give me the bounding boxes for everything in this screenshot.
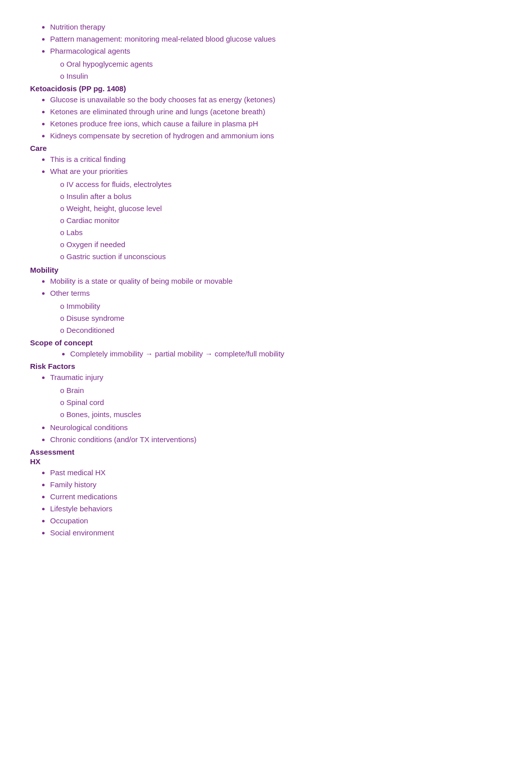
list-item: Kidneys compensate by secretion of hydro…: [50, 130, 502, 142]
scope-heading: Scope of concept: [30, 338, 502, 347]
care-list: This is a critical finding What are your…: [50, 153, 502, 177]
list-item: Spinal cord: [60, 397, 502, 409]
list-item: Brain: [60, 384, 502, 397]
list-item: Chronic conditions (and/or TX interventi…: [50, 434, 502, 446]
ketoacidosis-heading: Ketoacidosis (PP pg. 1408): [30, 84, 502, 93]
scope-arrow-list: Completely immobility → partial mobility…: [70, 348, 502, 360]
list-item: Ketones are eliminated through urine and…: [50, 106, 502, 118]
risk-list: Traumatic injury: [50, 371, 502, 383]
list-item: Gastric suction if unconscious: [60, 251, 502, 263]
list-item: Mobility is a state or quality of being …: [50, 275, 502, 287]
list-item: Other terms: [50, 287, 502, 299]
risk-list-continued: Neurological conditions Chronic conditio…: [50, 422, 502, 446]
list-item: Current medications: [50, 491, 502, 503]
list-item: Oral hypoglycemic agents: [60, 58, 502, 70]
scope-arrow: Completely immobility → partial mobility…: [50, 348, 502, 360]
list-item: Traumatic injury: [50, 371, 502, 383]
list-item: Immobility: [60, 300, 502, 312]
list-item: Lifestyle behaviors: [50, 503, 502, 515]
traumatic-sublist: Brain Spinal cord Bones, joints, muscles: [60, 384, 502, 421]
list-item: IV access for fluids, electrolytes: [60, 178, 502, 190]
list-item: Past medical HX: [50, 467, 502, 479]
list-item: Deconditioned: [60, 324, 502, 336]
ketoacidosis-list: Glucose is unavailable so the body choos…: [50, 94, 502, 142]
hx-label: HX: [30, 457, 502, 466]
list-item: Weight, height, glucose level: [60, 203, 502, 215]
care-heading: Care: [30, 144, 502, 152]
care-sublist: IV access for fluids, electrolytes Insul…: [60, 178, 502, 263]
list-item: Occupation: [50, 515, 502, 527]
top-bullet-list: Nutrition therapy Pattern management: mo…: [50, 21, 502, 57]
list-item: Glucose is unavailable so the body choos…: [50, 94, 502, 106]
list-item: Neurological conditions: [50, 422, 502, 434]
list-item: This is a critical finding: [50, 153, 502, 165]
mobility-heading: Mobility: [30, 266, 502, 274]
pharmacological-sublist: Oral hypoglycemic agents Insulin: [60, 58, 502, 82]
mobility-sublist: Immobility Disuse syndrome Deconditioned: [60, 300, 502, 336]
scope-arrow-item: Completely immobility → partial mobility…: [70, 348, 502, 360]
mobility-list: Mobility is a state or quality of being …: [50, 275, 502, 299]
risk-factors-heading: Risk Factors: [30, 362, 502, 370]
list-item: Insulin: [60, 70, 502, 82]
list-item: Bones, joints, muscles: [60, 409, 502, 421]
list-item: What are your priorities: [50, 165, 502, 177]
list-item: Labs: [60, 227, 502, 239]
list-item: Ketones produce free ions, which cause a…: [50, 118, 502, 130]
list-item: Family history: [50, 479, 502, 491]
assessment-heading: Assessment: [30, 448, 502, 456]
list-item: Pharmacological agents: [50, 45, 502, 57]
list-item: Oxygen if needed: [60, 239, 502, 251]
hx-list: Past medical HX Family history Current m…: [50, 467, 502, 539]
list-item: Disuse syndrome: [60, 312, 502, 324]
list-item: Pattern management: monitoring meal-rela…: [50, 33, 502, 45]
list-item: Cardiac monitor: [60, 215, 502, 227]
list-item: Social environment: [50, 527, 502, 539]
list-item: Nutrition therapy: [50, 21, 502, 33]
list-item: Insulin after a bolus: [60, 190, 502, 203]
